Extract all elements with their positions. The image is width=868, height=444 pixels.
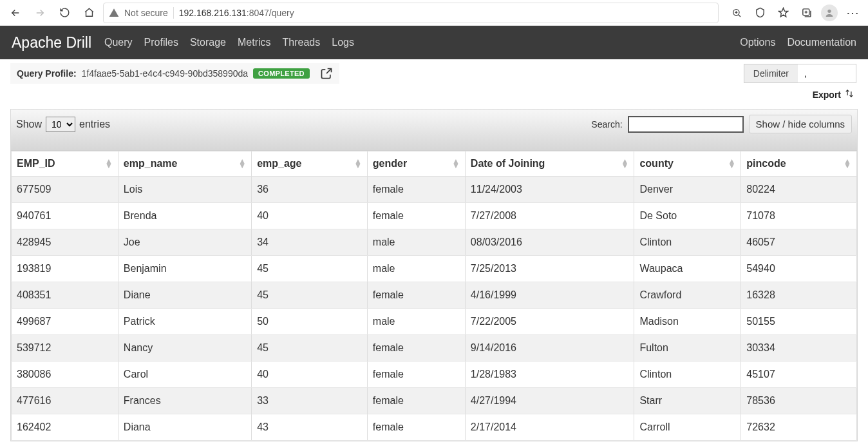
forward-button[interactable] bbox=[30, 3, 50, 23]
cell-doj: 11/24/2003 bbox=[465, 177, 634, 203]
cell-age: 36 bbox=[252, 177, 368, 203]
cell-name: Brenda bbox=[118, 203, 251, 229]
cell-county: De Soto bbox=[634, 203, 741, 229]
page-size-select[interactable]: 10 bbox=[46, 117, 75, 132]
nav-right: Options Documentation bbox=[740, 37, 856, 48]
cell-id: 539712 bbox=[12, 335, 118, 362]
nav-documentation[interactable]: Documentation bbox=[787, 37, 856, 48]
export-button[interactable]: Export bbox=[810, 86, 856, 102]
cell-doj: 4/16/1999 bbox=[465, 282, 634, 309]
nav-metrics[interactable]: Metrics bbox=[238, 37, 271, 48]
cell-age: 43 bbox=[252, 414, 368, 441]
show-pre: Show bbox=[16, 119, 42, 130]
profile-label: Query Profile: bbox=[17, 68, 77, 79]
cell-gender: male bbox=[367, 256, 465, 282]
col-pincode[interactable]: pincode▲▼ bbox=[741, 151, 857, 177]
sort-icon bbox=[845, 89, 854, 100]
cell-county: Waupaca bbox=[634, 256, 741, 282]
search-input[interactable] bbox=[628, 116, 744, 133]
reload-button[interactable] bbox=[54, 3, 75, 23]
sort-icon: ▲▼ bbox=[354, 159, 362, 168]
cell-gender: male bbox=[367, 229, 465, 256]
open-external-icon[interactable] bbox=[320, 67, 333, 80]
col-emp-name[interactable]: emp_name▲▼ bbox=[118, 151, 251, 177]
cell-county: Madison bbox=[634, 309, 741, 335]
collections-icon[interactable] bbox=[796, 3, 816, 23]
col-doj[interactable]: Date of Joining▲▼ bbox=[465, 151, 634, 177]
profile-avatar[interactable] bbox=[819, 3, 840, 23]
cell-pin: 71078 bbox=[741, 203, 857, 229]
security-label: Not secure bbox=[124, 8, 168, 18]
cell-pin: 16328 bbox=[741, 282, 857, 309]
cell-id: 408351 bbox=[12, 282, 118, 309]
address-bar[interactable]: Not secure 192.168.216.131:8047/query bbox=[103, 3, 719, 23]
cell-pin: 30334 bbox=[741, 335, 857, 362]
table-row: 677509Lois36female11/24/2003Denver80224 bbox=[12, 177, 857, 203]
cell-age: 45 bbox=[252, 282, 368, 309]
show-hide-columns-button[interactable]: Show / hide columns bbox=[749, 115, 852, 133]
more-icon[interactable]: ⋯ bbox=[842, 3, 863, 23]
cell-name: Joe bbox=[118, 229, 251, 256]
cell-age: 40 bbox=[252, 362, 368, 388]
delimiter-input[interactable] bbox=[798, 64, 856, 82]
cell-age: 34 bbox=[252, 229, 368, 256]
nav-left: Query Profiles Storage Metrics Threads L… bbox=[104, 37, 354, 48]
delimiter-label: Delimiter bbox=[744, 64, 798, 82]
col-gender[interactable]: gender▲▼ bbox=[367, 151, 465, 177]
home-button[interactable] bbox=[79, 3, 99, 23]
cell-id: 162402 bbox=[12, 414, 118, 441]
nav-options[interactable]: Options bbox=[740, 37, 775, 48]
cell-name: Diana bbox=[118, 414, 251, 441]
table-row: 162402Diana43female2/17/2014Carroll72632 bbox=[12, 414, 857, 441]
cell-county: Denver bbox=[634, 177, 741, 203]
delimiter-group: Delimiter bbox=[744, 64, 856, 83]
cell-pin: 45107 bbox=[741, 362, 857, 388]
warning-icon bbox=[109, 8, 119, 18]
cell-county: Clinton bbox=[634, 362, 741, 388]
table-row: 940761Brenda40female7/27/2008De Soto7107… bbox=[12, 203, 857, 229]
cell-age: 50 bbox=[252, 309, 368, 335]
nav-logs[interactable]: Logs bbox=[332, 37, 354, 48]
results-panel: Show 10 entries Search: Show / hide colu… bbox=[10, 109, 858, 441]
favorites-icon[interactable] bbox=[773, 3, 793, 23]
cell-gender: female bbox=[367, 414, 465, 441]
zoom-icon[interactable] bbox=[726, 3, 747, 23]
cell-doj: 7/25/2013 bbox=[465, 256, 634, 282]
cell-gender: female bbox=[367, 362, 465, 388]
tracking-icon[interactable] bbox=[750, 3, 770, 23]
cell-name: Nancy bbox=[118, 335, 251, 362]
cell-id: 193819 bbox=[12, 256, 118, 282]
cell-name: Frances bbox=[118, 388, 251, 414]
cell-pin: 46057 bbox=[741, 229, 857, 256]
status-badge: COMPLETED bbox=[253, 68, 310, 79]
cell-gender: male bbox=[367, 309, 465, 335]
sort-icon: ▲▼ bbox=[105, 159, 113, 168]
cell-age: 45 bbox=[252, 335, 368, 362]
browser-toolbar: Not secure 192.168.216.131:8047/query ⋯ bbox=[0, 0, 868, 26]
nav-query[interactable]: Query bbox=[104, 37, 133, 48]
profile-id: 1f4faae5-5ab1-e4c4-c949-90bd358990da bbox=[82, 68, 248, 79]
table-row: 408351Diane45female4/16/1999Crawford1632… bbox=[12, 282, 857, 309]
sort-icon: ▲▼ bbox=[238, 159, 246, 168]
cell-name: Diane bbox=[118, 282, 251, 309]
app-navbar: Apache Drill Query Profiles Storage Metr… bbox=[0, 26, 868, 59]
cell-doj: 7/27/2008 bbox=[465, 203, 634, 229]
header-row: EMP_ID▲▼ emp_name▲▼ emp_age▲▼ gender▲▼ D… bbox=[12, 151, 857, 177]
back-button[interactable] bbox=[5, 3, 26, 23]
profile-row: Query Profile: 1f4faae5-5ab1-e4c4-c949-9… bbox=[0, 59, 868, 84]
nav-profiles[interactable]: Profiles bbox=[144, 37, 178, 48]
col-county[interactable]: county▲▼ bbox=[634, 151, 741, 177]
cell-id: 499687 bbox=[12, 309, 118, 335]
cell-county: Starr bbox=[634, 388, 741, 414]
nav-threads[interactable]: Threads bbox=[283, 37, 321, 48]
table-row: 539712Nancy45female9/14/2016Fulton30334 bbox=[12, 335, 857, 362]
show-post: entries bbox=[79, 119, 110, 130]
brand[interactable]: Apache Drill bbox=[12, 34, 91, 52]
col-emp-id[interactable]: EMP_ID▲▼ bbox=[12, 151, 118, 177]
table-controls: Show 10 entries Search: Show / hide colu… bbox=[11, 110, 857, 151]
cell-age: 40 bbox=[252, 203, 368, 229]
col-emp-age[interactable]: emp_age▲▼ bbox=[252, 151, 368, 177]
cell-doj: 2/17/2014 bbox=[465, 414, 634, 441]
table-row: 477616Frances33female4/27/1994Starr78536 bbox=[12, 388, 857, 414]
nav-storage[interactable]: Storage bbox=[190, 37, 226, 48]
